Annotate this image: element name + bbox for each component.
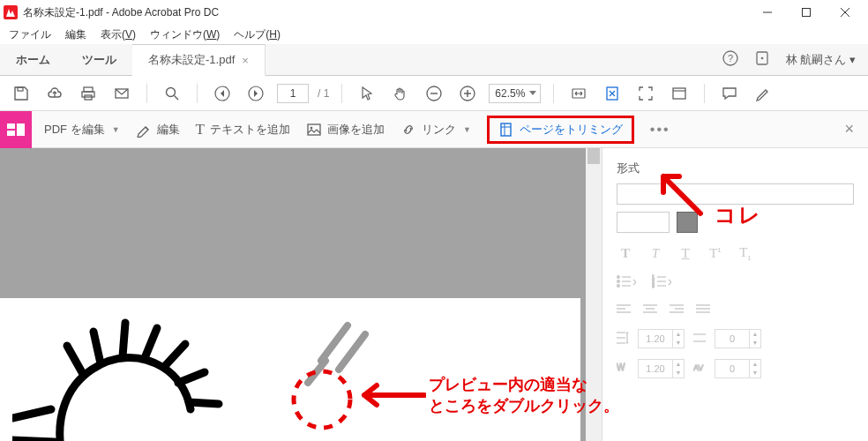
vertical-scrollbar[interactable] xyxy=(586,148,602,441)
save-icon[interactable] xyxy=(9,81,34,106)
menu-file[interactable]: ファイル xyxy=(4,26,56,44)
svg-rect-29 xyxy=(308,124,320,135)
svg-point-30 xyxy=(311,126,313,129)
align-justify-icon[interactable] xyxy=(696,303,710,318)
close-button[interactable] xyxy=(826,0,864,25)
menu-edit[interactable]: 編集 xyxy=(60,26,92,44)
zoom-out-icon[interactable] xyxy=(422,81,446,106)
svg-rect-9 xyxy=(18,87,23,91)
edit-button[interactable]: 編集 xyxy=(136,122,180,138)
add-image-button[interactable]: 画像を追加 xyxy=(306,122,385,138)
superscript-icon[interactable]: T1 xyxy=(707,246,724,261)
tab-document[interactable]: 名称未設定-1.pdf × xyxy=(132,44,266,76)
color-swatch[interactable] xyxy=(677,212,698,233)
char-spacing-icon: W xyxy=(617,361,629,377)
mail-icon[interactable] xyxy=(109,81,134,106)
underline-icon[interactable]: T xyxy=(677,246,694,261)
svg-rect-2 xyxy=(803,9,811,17)
svg-text:AV: AV xyxy=(693,363,703,372)
svg-rect-31 xyxy=(501,123,511,136)
close-editbar-icon[interactable]: × xyxy=(844,120,854,138)
svg-rect-10 xyxy=(84,87,93,92)
svg-text:3: 3 xyxy=(652,283,655,288)
bold-icon[interactable]: T xyxy=(617,246,634,261)
para-spacing-input[interactable]: ▲▼ xyxy=(715,329,761,348)
svg-rect-27 xyxy=(7,131,15,136)
main-toolbar: / 1 62.5% xyxy=(0,76,868,111)
svg-line-63 xyxy=(321,325,348,361)
number-list-icon[interactable]: 123 xyxy=(652,274,671,291)
svg-line-64 xyxy=(339,334,365,370)
tab-close-icon[interactable]: × xyxy=(242,54,249,67)
minimize-button[interactable] xyxy=(748,0,787,25)
hand-icon[interactable] xyxy=(388,81,413,106)
char-spacing-input[interactable]: ▲▼ xyxy=(638,359,685,378)
fit-page-icon[interactable] xyxy=(600,81,625,106)
svg-rect-28 xyxy=(17,123,25,136)
window-title: 名称未設定-1.pdf - Adobe Acrobat Pro DC xyxy=(23,5,748,20)
font-family-select[interactable] xyxy=(617,183,854,205)
help-icon[interactable]: ? xyxy=(722,50,738,69)
page-total-label: / 1 xyxy=(318,87,329,100)
svg-rect-0 xyxy=(4,5,18,19)
pointer-icon[interactable] xyxy=(355,81,379,106)
format-panel: 形式 T T T T1 T1 123 ▲▼ ▲▼ xyxy=(602,148,868,441)
print-icon[interactable] xyxy=(76,81,101,106)
link-dropdown[interactable]: リンク▼ xyxy=(400,122,471,138)
svg-point-14 xyxy=(167,87,176,96)
fullscreen-icon[interactable] xyxy=(633,81,658,106)
edit-toolbar-handle[interactable] xyxy=(0,111,32,148)
kerning-icon: AV xyxy=(693,361,706,377)
subscript-icon[interactable]: T1 xyxy=(737,245,754,262)
line-spacing-input[interactable]: ▲▼ xyxy=(638,329,685,348)
tab-document-label: 名称未設定-1.pdf xyxy=(148,52,235,68)
tab-home[interactable]: ホーム xyxy=(0,44,66,75)
align-right-icon[interactable] xyxy=(670,303,684,318)
page-number-input[interactable] xyxy=(277,84,309,103)
italic-icon[interactable]: T xyxy=(647,246,664,261)
highlight-icon[interactable] xyxy=(751,81,775,106)
svg-point-36 xyxy=(617,285,620,288)
menubar: ファイル 編集 表示(V) ウィンドウ(W) ヘルプ(H) xyxy=(0,25,868,44)
maximize-button[interactable] xyxy=(787,0,826,25)
page-artwork xyxy=(12,312,383,441)
svg-rect-26 xyxy=(7,123,15,129)
svg-rect-11 xyxy=(82,92,94,97)
para-spacing-icon xyxy=(693,331,706,348)
crop-page-button[interactable]: ページをトリミング xyxy=(487,116,634,144)
more-button[interactable]: ••• xyxy=(650,122,670,138)
scrollbar-thumb[interactable] xyxy=(587,148,600,164)
svg-text:?: ? xyxy=(728,53,733,64)
comment-icon[interactable] xyxy=(717,81,742,106)
next-page-icon[interactable] xyxy=(243,81,268,106)
tab-tool[interactable]: ツール xyxy=(66,44,132,75)
user-label[interactable]: 林 航嗣さん ▾ xyxy=(786,52,856,68)
app-icon xyxy=(4,5,18,19)
search-icon[interactable] xyxy=(160,81,184,106)
zoom-select[interactable]: 62.5% xyxy=(489,84,541,103)
bullet-list-icon[interactable] xyxy=(617,274,636,291)
svg-point-34 xyxy=(617,280,620,283)
align-left-icon[interactable] xyxy=(617,303,631,318)
svg-line-15 xyxy=(175,95,179,100)
add-text-button[interactable]: T テキストを追加 xyxy=(196,121,290,138)
notification-icon[interactable] xyxy=(754,50,770,69)
svg-point-32 xyxy=(617,276,620,279)
read-mode-icon[interactable] xyxy=(667,81,692,106)
svg-point-8 xyxy=(760,57,763,60)
prev-page-icon[interactable] xyxy=(210,81,235,106)
tabbar: ホーム ツール 名称未設定-1.pdf × ? 林 航嗣さん ▾ xyxy=(0,44,868,76)
menu-help[interactable]: ヘルプ(H) xyxy=(228,26,286,44)
zoom-in-icon[interactable] xyxy=(455,81,480,106)
titlebar: 名称未設定-1.pdf - Adobe Acrobat Pro DC xyxy=(0,0,868,25)
kerning-input[interactable]: ▲▼ xyxy=(715,359,761,378)
edit-toolbar: PDF を編集▼ 編集 T テキストを追加 画像を追加 リンク▼ ページをトリミ… xyxy=(0,111,868,148)
cloud-icon[interactable] xyxy=(42,81,67,106)
format-label: 形式 xyxy=(617,161,854,176)
align-center-icon[interactable] xyxy=(643,303,657,318)
menu-view[interactable]: 表示(V) xyxy=(95,26,141,44)
font-size-select[interactable] xyxy=(617,212,670,233)
edit-pdf-dropdown[interactable]: PDF を編集▼ xyxy=(44,122,120,138)
menu-window[interactable]: ウィンドウ(W) xyxy=(145,26,225,44)
fit-width-icon[interactable] xyxy=(566,81,591,106)
